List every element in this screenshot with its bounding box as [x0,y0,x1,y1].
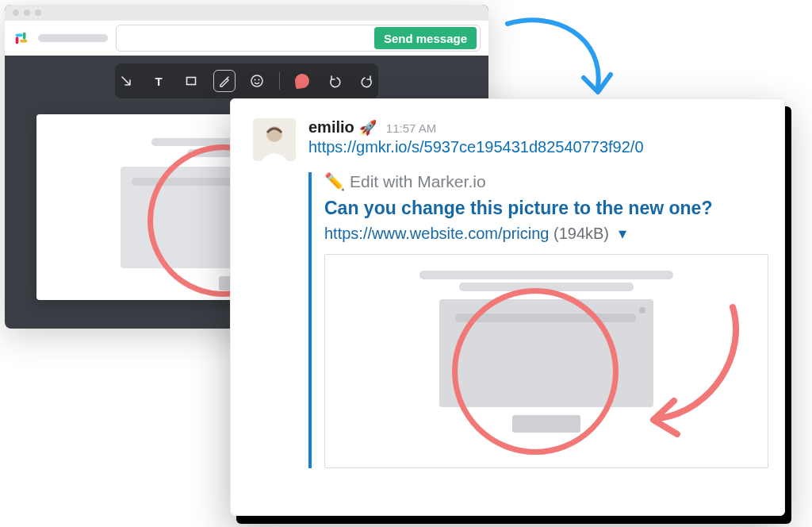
arrow-tool-icon[interactable] [115,70,136,92]
attachment-url-row: https://www.website.com/pricing (194kB) … [324,224,762,243]
avatar[interactable] [253,118,296,161]
emoji-tool-icon[interactable] [247,70,268,92]
slack-message-window: emilio 🚀 11:57 AM https://gmkr.io/s/5937… [230,98,785,516]
edit-with-marker[interactable]: ✏️ Edit with Marker.io [324,172,762,191]
message-header: emilio 🚀 11:57 AM https://gmkr.io/s/5937… [253,118,762,161]
pencil-icon: ✏️ [324,172,345,191]
arrow-annotation-icon [636,299,747,442]
annotation-toolbar: T [115,63,378,98]
attachment-size: (194kB) [553,225,609,242]
attachment-title[interactable]: Can you change this picture to the new o… [324,198,762,219]
window-titlebar [5,5,488,21]
timestamp: 11:57 AM [386,121,436,135]
attachment-link[interactable]: https://www.website.com/pricing [324,225,549,242]
rectangle-tool-icon[interactable] [181,70,202,92]
circle-annotation [452,288,619,455]
message-attachment: ✏️ Edit with Marker.io Can you change th… [308,172,762,468]
svg-rect-4 [187,78,196,85]
attachment-image[interactable] [324,254,768,468]
svg-point-7 [259,79,260,81]
redo-icon[interactable] [357,70,378,92]
svg-point-6 [255,79,256,81]
send-message-button[interactable]: Send message [374,27,477,49]
message-url[interactable]: https://gmkr.io/s/5937ce195431d82540773f… [308,138,644,156]
pen-tool-icon[interactable] [213,70,235,92]
placeholder-line [419,271,673,279]
message-input[interactable]: Send message [116,25,481,52]
flow-arrow-icon [501,14,620,110]
toolbar-divider [279,72,280,90]
editor-header: Send message [5,21,488,56]
edit-label: Edit with Marker.io [350,172,486,191]
undo-icon[interactable] [324,70,345,92]
svg-rect-0 [16,37,19,44]
traffic-light-close[interactable] [13,10,19,16]
caret-down-icon[interactable]: ▾ [619,225,626,242]
slack-logo-icon [13,29,30,47]
traffic-light-zoom[interactable] [35,10,41,16]
svg-rect-1 [20,40,27,43]
traffic-light-minimize[interactable] [24,10,30,16]
svg-point-5 [251,75,262,87]
rocket-icon: 🚀 [359,119,377,137]
svg-rect-2 [23,33,26,40]
username[interactable]: emilio [308,118,354,137]
marker-tool-icon[interactable] [291,70,312,92]
text-tool-icon[interactable]: T [147,70,169,92]
destination-placeholder [38,34,108,42]
svg-rect-3 [16,34,23,37]
